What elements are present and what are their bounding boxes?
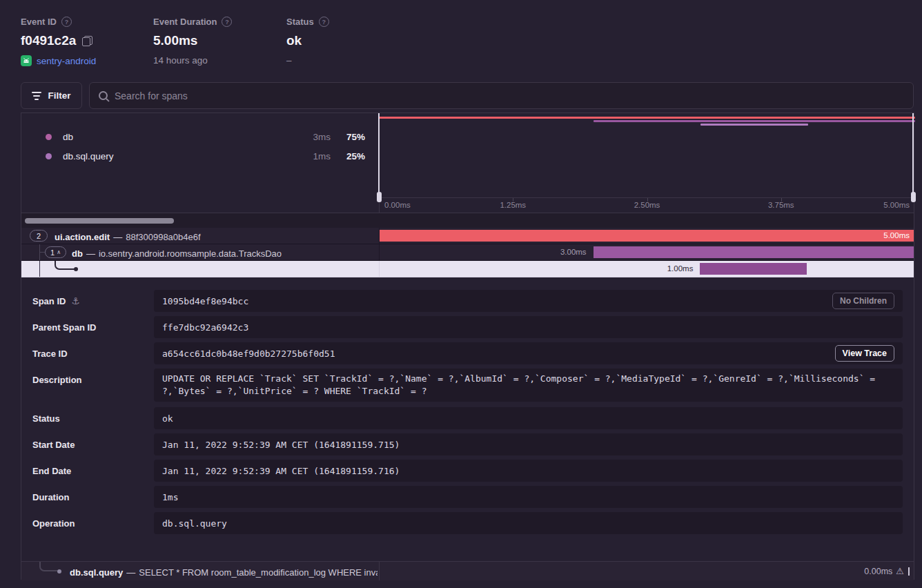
- span-duration-label: 0.00ms: [864, 567, 892, 576]
- event-time-ago: 14 hours ago: [153, 55, 208, 66]
- event-id-label: Event ID: [21, 17, 57, 27]
- span-description: 88f300998a0b4e6f: [126, 232, 200, 242]
- horizontal-scrollbar[interactable]: [25, 218, 174, 224]
- span-op: db: [72, 248, 83, 259]
- span-op: db.sql.query: [70, 567, 123, 578]
- search-icon: [99, 91, 108, 100]
- trace-id-value-box: a654cc61dc0b48ef9d0b27275b6f0d51 View Tr…: [154, 342, 903, 364]
- span-status-label: Status: [32, 407, 60, 429]
- minimap-span-bar: [700, 124, 807, 126]
- op-color-dot: [46, 134, 52, 140]
- minimap-span-bar: [594, 120, 915, 122]
- event-duration-label: Event Duration: [153, 17, 217, 27]
- view-trace-button[interactable]: View Trace: [835, 345, 894, 362]
- event-duration-column: Event Duration ? 5.00ms 14 hours ago: [153, 17, 232, 66]
- event-id-column: Event ID ? f0491c2a sentry-android: [21, 17, 96, 66]
- operation-value: db.sql.query: [162, 518, 227, 529]
- minimap-left-handle[interactable]: [378, 113, 380, 197]
- trace-id-value: a654cc61dc0b48ef9d0b27275b6f0d51: [162, 349, 335, 359]
- axis-tick-label: 5.00ms: [883, 201, 910, 209]
- tree-connector-branch: [40, 252, 45, 253]
- description-label: Description: [32, 369, 82, 391]
- filter-icon: [32, 92, 41, 100]
- help-icon[interactable]: ?: [319, 17, 329, 27]
- tree-connector-line: [39, 261, 40, 277]
- axis-tick-label: 2.50ms: [634, 201, 660, 209]
- anchor-icon[interactable]: ⚓: [71, 295, 80, 306]
- help-icon[interactable]: ?: [61, 17, 72, 27]
- parent-span-id-value: ffe7dbc92a6942c3: [162, 322, 248, 333]
- span-duration-label: 1.00ms: [667, 264, 694, 273]
- op-name: db: [63, 132, 73, 142]
- span-duration-label: 5.00ms: [883, 231, 910, 239]
- span-id-label: Span ID⚓: [32, 290, 80, 312]
- trace-minimap[interactable]: [379, 113, 915, 197]
- leaf-span-dot: [74, 267, 78, 271]
- filter-button-label: Filter: [48, 90, 70, 101]
- operation-label: Operation: [32, 512, 75, 534]
- tree-connector-elbow: [55, 261, 75, 270]
- span-duration-bar[interactable]: [700, 263, 807, 275]
- project-link[interactable]: sentry-android: [37, 56, 96, 66]
- status-trend: –: [286, 55, 292, 66]
- trace-id-label: Trace ID: [32, 342, 68, 364]
- description-value-box: UPDATE OR REPLACE `Track` SET `TrackId` …: [154, 369, 903, 402]
- span-duration-value: 1ms: [162, 492, 178, 502]
- span-duration-bar[interactable]: 5.00ms: [380, 230, 914, 242]
- zero-duration-marker: [908, 567, 910, 576]
- warning-icon: ⚠: [896, 566, 904, 576]
- status-column: Status ? ok –: [286, 17, 329, 66]
- span-duration-value-box: 1ms: [154, 486, 903, 508]
- chevron-up-icon: ∧: [57, 249, 61, 255]
- event-duration-value: 5.00ms: [153, 33, 197, 48]
- span-tree-row-db-sql-query-select[interactable]: db.sql.query—SELECT * FROM room_table_mo…: [21, 561, 914, 580]
- description-value: UPDATE OR REPLACE `Track` SET `TrackId` …: [162, 373, 894, 398]
- time-axis: 0.00ms 1.25ms 2.50ms 3.75ms 5.00ms: [379, 197, 915, 213]
- tree-scroll-strip: [21, 213, 914, 228]
- span-description: SELECT * FROM room_table_modification_lo…: [139, 567, 377, 578]
- span-status-value: ok: [162, 413, 173, 424]
- end-date-value-box: Jan 11, 2022 9:52:39 AM CET (1641891159.…: [154, 460, 903, 482]
- op-duration: 1ms: [313, 151, 331, 161]
- span-duration-label: 3.00ms: [560, 248, 587, 256]
- status-value: ok: [286, 33, 302, 48]
- span-id-value: 1095bd4ef8e94bcc: [162, 296, 248, 306]
- span-search-bar[interactable]: [89, 82, 914, 109]
- minimap-span-bar: [379, 117, 915, 119]
- span-tree-row-ui-action-edit[interactable]: 2 ui.action.edit—88f300998a0b4e6f 5.00ms: [21, 228, 914, 244]
- copy-icon[interactable]: [82, 36, 92, 46]
- span-duration-bar[interactable]: [594, 246, 914, 258]
- op-percent: 25%: [346, 151, 365, 161]
- span-tree-row-db-sql-query-selected[interactable]: db.sql.query—UPDATE OR REPLACE `Track` S…: [21, 261, 914, 277]
- start-date-value: Jan 11, 2022 9:52:39 AM CET (1641891159.…: [162, 440, 400, 450]
- no-children-badge: No Children: [832, 293, 894, 309]
- span-id-value-box: 1095bd4ef8e94bcc No Children: [154, 290, 903, 312]
- span-duration-detail-label: Duration: [32, 486, 69, 508]
- parent-span-id-value-box: ffe7dbc92a6942c3: [154, 316, 903, 338]
- tree-connector-elbow: [39, 562, 57, 571]
- android-platform-icon: [21, 55, 32, 66]
- op-color-dot: [46, 153, 52, 159]
- span-description: io.sentry.android.roomsample.data.Tracks…: [99, 248, 282, 259]
- event-id-label-row: Event ID ?: [21, 17, 96, 27]
- span-tree-row-db[interactable]: 1∧ db—io.sentry.android.roomsample.data.…: [21, 244, 914, 261]
- axis-tick-label: 0.00ms: [384, 201, 411, 209]
- end-date-value: Jan 11, 2022 9:52:39 AM CET (1641891159.…: [162, 466, 400, 476]
- op-summary-row: db 3ms 75%: [21, 128, 379, 146]
- spans-panel: db 3ms 75% db.sql.query 1ms 25% 0.00ms 1…: [21, 112, 914, 580]
- op-percent: 75%: [346, 132, 365, 142]
- row-divider: [379, 562, 380, 580]
- status-label: Status: [286, 17, 314, 27]
- children-count-badge[interactable]: 1∧: [45, 246, 66, 258]
- search-input[interactable]: [115, 90, 904, 101]
- leaf-span-dot: [57, 569, 61, 574]
- children-count-badge[interactable]: 2: [30, 230, 48, 242]
- minimap-right-handle[interactable]: [912, 113, 914, 197]
- op-summary-row: db.sql.query 1ms 25%: [21, 147, 379, 165]
- filter-button[interactable]: Filter: [21, 82, 82, 109]
- help-icon[interactable]: ?: [222, 17, 232, 27]
- start-date-value-box: Jan 11, 2022 9:52:39 AM CET (1641891159.…: [154, 433, 903, 455]
- op-name: db.sql.query: [63, 151, 114, 161]
- op-duration: 3ms: [313, 132, 331, 142]
- operation-value-box: db.sql.query: [154, 512, 903, 534]
